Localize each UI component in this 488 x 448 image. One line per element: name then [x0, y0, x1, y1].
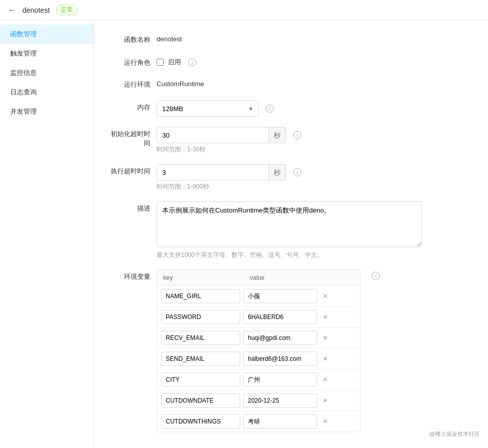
sidebar-item-monitor-info[interactable]: 监控信息: [0, 63, 94, 83]
env-key-header: key: [163, 274, 250, 281]
exec-timeout-label: 执行超时时间: [111, 164, 157, 176]
exec-timeout-hint: 时间范围：1-900秒: [157, 182, 422, 191]
env-delete-button[interactable]: ✕: [320, 312, 330, 322]
exec-timeout-input-group: 秒: [157, 164, 286, 180]
table-row: ✕: [157, 411, 360, 432]
env-key-input[interactable]: [161, 331, 240, 345]
env-value-input[interactable]: [243, 352, 317, 366]
env-key-input[interactable]: [161, 393, 240, 408]
runtime-row: 运行环境 CustomRuntime: [111, 77, 472, 90]
env-info-icon[interactable]: i: [372, 272, 380, 280]
desc-row: 描述 本示例展示如何在CustomRuntime类型函数中使用deno。 最大支…: [111, 201, 472, 259]
role-enable-label: 启用: [168, 58, 181, 67]
role-info-icon[interactable]: i: [188, 58, 196, 66]
env-delete-button[interactable]: ✕: [320, 416, 330, 427]
env-key-input[interactable]: [161, 289, 240, 303]
init-timeout-input-group: 秒: [157, 127, 286, 143]
env-value-input[interactable]: [243, 414, 317, 429]
env-delete-button[interactable]: ✕: [320, 354, 330, 364]
table-row: ✕: [157, 370, 360, 390]
runtime-value: CustomRuntime: [157, 77, 422, 90]
env-key-input[interactable]: [161, 373, 240, 387]
table-row: ✕: [157, 349, 360, 370]
desc-label: 描述: [111, 201, 157, 213]
table-row: ✕: [157, 390, 360, 411]
main-content: 函数名称 denotest 运行角色 启用 i 运行环境 CustomRunti…: [94, 20, 488, 448]
memory-row: 内存 64MB 128MB 256MB 512MB 1024MB i: [111, 100, 472, 117]
desc-hint: 最大支持1000个英文字母、数字、空格、逗号、句号、中文。: [157, 251, 422, 259]
function-name-value: denotest: [157, 33, 422, 45]
role-checkbox-area: 启用 i: [157, 56, 422, 67]
init-timeout-label: 初始化超时时间: [111, 127, 157, 148]
status-badge: 正常: [56, 5, 78, 15]
function-name-label: 函数名称: [111, 33, 157, 44]
function-name-row: 函数名称 denotest: [111, 33, 472, 45]
table-row: ✕: [157, 307, 360, 328]
init-timeout-row: 初始化超时时间 秒 i 时间范围：1-30秒: [111, 127, 472, 154]
env-table: key value ✕ ✕: [157, 270, 361, 432]
sidebar-item-log-query[interactable]: 日志查询: [0, 83, 94, 102]
env-delete-button[interactable]: ✕: [320, 396, 330, 406]
sidebar: 函数管理 触发管理 监控信息 日志查询 并发管理: [0, 20, 94, 448]
role-row: 运行角色 启用 i: [111, 56, 472, 67]
memory-select-wrapper: 64MB 128MB 256MB 512MB 1024MB: [157, 100, 259, 117]
env-value-input[interactable]: [243, 310, 317, 324]
table-row: ✕: [157, 328, 360, 349]
env-value-input[interactable]: [243, 289, 317, 303]
role-enable-checkbox[interactable]: [157, 59, 164, 66]
role-label: 运行角色: [111, 56, 157, 67]
exec-timeout-input[interactable]: [157, 164, 269, 180]
env-value-input[interactable]: [243, 373, 317, 387]
memory-select[interactable]: 64MB 128MB 256MB 512MB 1024MB: [157, 100, 259, 117]
app-header: ← denotest 正常: [0, 0, 488, 20]
env-key-input[interactable]: [161, 310, 240, 324]
env-delete-button[interactable]: ✕: [320, 375, 330, 385]
exec-timeout-row: 执行超时时间 秒 i 时间范围：1-900秒: [111, 164, 472, 191]
env-value-header: value: [250, 274, 354, 281]
init-timeout-suffix: 秒: [269, 127, 286, 143]
memory-info-icon[interactable]: i: [266, 104, 274, 113]
env-row: 环境变量 key value ✕: [111, 270, 472, 432]
runtime-label: 运行环境: [111, 77, 157, 89]
env-key-input[interactable]: [161, 414, 240, 429]
table-row: ✕: [157, 286, 360, 307]
sidebar-item-concurrency-management[interactable]: 并发管理: [0, 102, 94, 121]
init-timeout-hint: 时间范围：1-30秒: [157, 145, 422, 154]
exec-timeout-suffix: 秒: [269, 164, 286, 180]
app-title: denotest: [22, 6, 50, 14]
env-delete-button[interactable]: ✕: [320, 333, 330, 343]
env-delete-button[interactable]: ✕: [320, 291, 330, 301]
env-value-input[interactable]: [243, 331, 317, 345]
back-button[interactable]: ←: [8, 6, 16, 15]
sidebar-item-trigger-management[interactable]: 触发管理: [0, 44, 94, 63]
env-label: 环境变量: [111, 270, 157, 281]
env-section: key value ✕ ✕: [157, 270, 422, 432]
memory-label: 内存: [111, 100, 157, 112]
sidebar-item-function-management[interactable]: 函数管理: [0, 24, 94, 44]
desc-textarea[interactable]: 本示例展示如何在CustomRuntime类型函数中使用deno。: [157, 201, 422, 247]
env-table-header: key value: [157, 270, 360, 286]
init-timeout-info-icon[interactable]: i: [293, 131, 301, 139]
env-key-input[interactable]: [161, 352, 240, 366]
init-timeout-input[interactable]: [157, 127, 269, 143]
exec-timeout-info-icon[interactable]: i: [293, 168, 301, 176]
watermark: @稀土掘金技术社区: [429, 430, 480, 438]
env-value-input[interactable]: [243, 393, 317, 408]
